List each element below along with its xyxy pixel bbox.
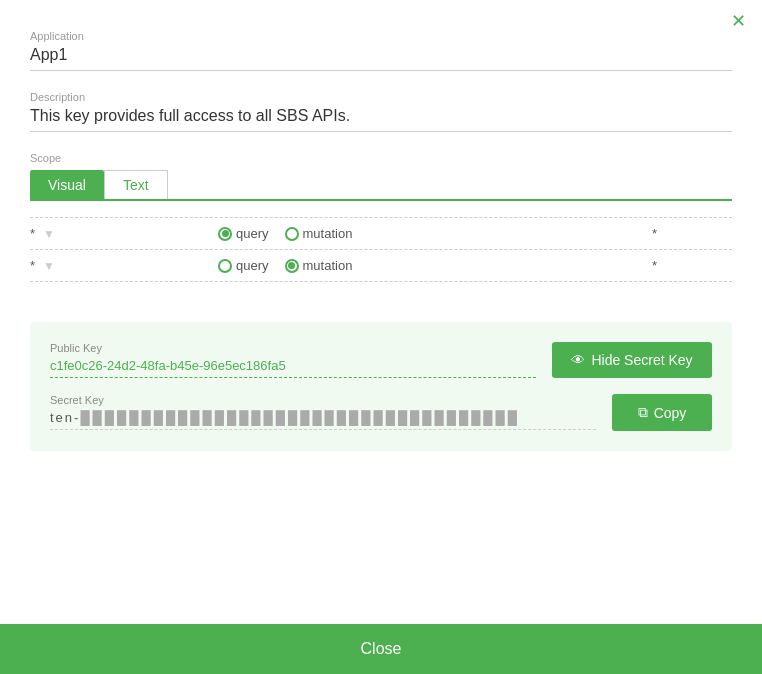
radio-mutation-circle-2 [285, 259, 299, 273]
tab-text[interactable]: Text [104, 170, 168, 199]
radio-query-circle-1 [218, 227, 232, 241]
scope-rows: * ▼ query mutation * [30, 217, 732, 282]
secret-key-info: Secret Key ten-█████████████████████████… [50, 394, 596, 430]
tab-visual[interactable]: Visual [30, 170, 104, 199]
radio-query-2[interactable]: query [218, 258, 269, 273]
eye-icon [571, 352, 585, 368]
description-field: Description This key provides full acces… [30, 91, 732, 132]
scope-wildcard-1: * [652, 226, 732, 241]
radio-mutation-1[interactable]: mutation [285, 226, 353, 241]
secret-key-row: Secret Key ten-█████████████████████████… [50, 394, 712, 431]
radio-group-1: query mutation [218, 226, 644, 241]
radio-mutation-2[interactable]: mutation [285, 258, 353, 273]
hide-secret-key-button[interactable]: Hide Secret Key [552, 342, 712, 378]
description-value: This key provides full access to all SBS… [30, 107, 732, 132]
public-key-row: Public Key c1fe0c26-24d2-48fa-b45e-96e5e… [50, 342, 712, 378]
keys-panel: Public Key c1fe0c26-24d2-48fa-b45e-96e5e… [30, 322, 732, 451]
scope-select-text-1: * [30, 226, 35, 241]
scope-tab-bar: Visual Text [30, 170, 732, 201]
radio-query-1[interactable]: query [218, 226, 269, 241]
public-key-value: c1fe0c26-24d2-48fa-b45e-96e5ec186fa5 [50, 358, 536, 378]
secret-key-value: ten-████████████████████████████████████ [50, 410, 596, 430]
public-key-label: Public Key [50, 342, 536, 354]
scope-section: Scope Visual Text * ▼ query [30, 152, 732, 302]
scope-select-1[interactable]: * ▼ [30, 226, 210, 241]
scope-row-1: * ▼ query mutation * [30, 217, 732, 250]
close-x-button[interactable]: ✕ [731, 12, 746, 30]
secret-key-label: Secret Key [50, 394, 596, 406]
copy-icon [638, 404, 648, 421]
radio-mutation-circle-1 [285, 227, 299, 241]
scope-row-2: * ▼ query mutation * [30, 250, 732, 282]
public-key-info: Public Key c1fe0c26-24d2-48fa-b45e-96e5e… [50, 342, 536, 378]
description-label: Description [30, 91, 732, 103]
radio-group-2: query mutation [218, 258, 644, 273]
dropdown-arrow-2: ▼ [43, 259, 55, 273]
application-label: Application [30, 30, 732, 42]
footer: Close [30, 604, 732, 674]
copy-button[interactable]: Copy [612, 394, 712, 431]
dropdown-arrow-1: ▼ [43, 227, 55, 241]
modal-container: ✕ Application App1 Description This key … [0, 0, 762, 674]
application-field: Application App1 [30, 30, 732, 71]
scope-wildcard-2: * [652, 258, 732, 273]
scope-select-2[interactable]: * ▼ [30, 258, 210, 273]
close-button[interactable]: Close [0, 624, 762, 674]
scope-select-text-2: * [30, 258, 35, 273]
radio-query-circle-2 [218, 259, 232, 273]
scope-label: Scope [30, 152, 732, 164]
application-value: App1 [30, 46, 732, 71]
